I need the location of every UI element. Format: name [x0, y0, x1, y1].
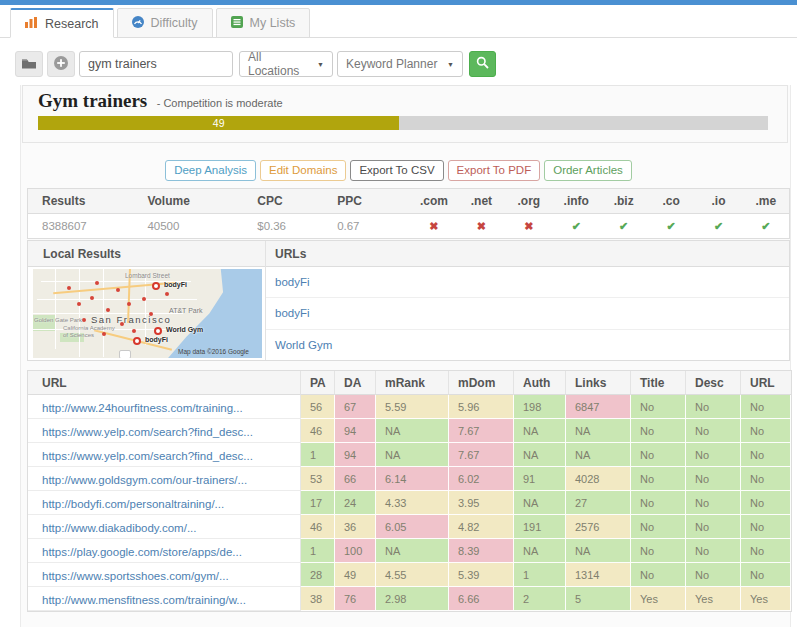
tld-header--co: .co: [648, 189, 695, 214]
serp-cell-auth: 198: [514, 395, 566, 419]
serp-url-link[interactable]: http://bodyfi.com/personaltraining/...: [42, 498, 224, 510]
serp-cell-desc: No: [686, 395, 741, 419]
competition-note: - Competition is moderate: [157, 97, 283, 109]
keyword-research-page: Research Difficulty My Lists: [0, 0, 797, 627]
check-icon: ✔: [572, 220, 581, 232]
serp-row: https://www.yelp.com/search?find_desc...…: [28, 419, 791, 443]
serp-cell-desc: No: [686, 515, 741, 539]
check-icon: ✔: [714, 220, 723, 232]
action-export-to-pdf-button[interactable]: Export To PDF: [448, 160, 541, 181]
serp-cell-auth: NA: [514, 539, 566, 563]
check-icon: ✔: [761, 220, 770, 232]
serp-url-link[interactable]: https://www.yelp.com/search?find_desc...: [42, 426, 253, 438]
map-label-at-t-park: AT&T Park: [169, 307, 203, 314]
search-button[interactable]: [469, 51, 496, 77]
add-keyword-button[interactable]: [47, 51, 75, 77]
serp-url-link[interactable]: https://www.sportsshoes.com/gym/...: [42, 570, 229, 582]
serp-cell-da: 67: [335, 395, 376, 419]
action-deep-analysis-button[interactable]: Deep Analysis: [165, 160, 256, 181]
serp-cell-url: No: [741, 491, 791, 515]
gauge-icon: [132, 16, 144, 31]
stats-header-ppc: PPC: [323, 189, 410, 214]
local-url-link[interactable]: bodyFi: [275, 276, 310, 288]
serp-header-desc: Desc: [686, 371, 741, 395]
serp-cell-mdom: 8.39: [449, 539, 514, 563]
folder-button[interactable]: [15, 51, 43, 77]
tld-status--org: ✖: [505, 214, 553, 239]
tab-label: My Lists: [250, 16, 296, 30]
action-export-to-csv-button[interactable]: Export To CSV: [350, 160, 443, 181]
tld-header--org: .org: [505, 189, 553, 214]
serp-cell-auth: 91: [514, 467, 566, 491]
tld-header--net: .net: [458, 189, 505, 214]
serp-header-mrank: mRank: [376, 371, 449, 395]
serp-url-cell: http://www.mensfitness.com/training/w...: [28, 587, 301, 611]
local-results-map: bodyFiWorld GymbodyFiLombard StreetSan F…: [33, 269, 262, 358]
tab-my-lists[interactable]: My Lists: [216, 8, 311, 38]
tld-status--net: ✖: [458, 214, 505, 239]
serp-cell-mdom: 3.95: [449, 491, 514, 515]
map-route-badge: [119, 350, 131, 358]
map-dot: [90, 296, 94, 300]
serp-url-link[interactable]: http://www.goldsgym.com/our-trainers/...: [42, 474, 247, 486]
serp-cell-mdom: 5.96: [449, 395, 514, 419]
stats-header-cpc: CPC: [243, 189, 323, 214]
serp-header-url-2: URL: [741, 371, 791, 395]
search-icon: [476, 56, 489, 72]
tab-difficulty[interactable]: Difficulty: [117, 8, 213, 38]
serp-cell-links: 6847: [566, 395, 631, 419]
map-road: [79, 269, 80, 357]
serp-row: http://bodyfi.com/personaltraining/...17…: [28, 491, 791, 515]
serp-cell-links: 27: [566, 491, 631, 515]
map-dot: [77, 302, 81, 306]
check-icon: ✔: [619, 220, 628, 232]
serp-cell-mrank: 4.33: [376, 491, 449, 515]
stats-value-results: 8388607: [28, 214, 134, 239]
serp-cell-title: No: [631, 467, 686, 491]
map-dot: [127, 302, 131, 306]
serp-cell-mdom: 7.67: [449, 419, 514, 443]
competition-progress-fill: 49: [38, 116, 399, 130]
action-edit-domains-button[interactable]: Edit Domains: [260, 160, 346, 181]
local-results-section: Local Results bodyFiWorld GymbodyFiLomba…: [27, 240, 790, 361]
tld-header--io: .io: [695, 189, 743, 214]
local-results-column: Local Results bodyFiWorld GymbodyFiLomba…: [28, 241, 266, 360]
serp-cell-mdom: 6.02: [449, 467, 514, 491]
action-order-articles-button[interactable]: Order Articles: [544, 160, 632, 181]
location-select[interactable]: All Locations ▼: [239, 51, 333, 77]
serp-url-link[interactable]: https://play.google.com/store/apps/de...: [42, 546, 242, 558]
serp-cell-pa: 17: [301, 491, 335, 515]
serp-cell-links: 2576: [566, 515, 631, 539]
local-url-link[interactable]: World Gym: [275, 339, 332, 351]
url-list-item: World Gym: [266, 330, 789, 360]
serp-header-auth: Auth: [514, 371, 566, 395]
serp-cell-title: No: [631, 443, 686, 467]
tab-research[interactable]: Research: [10, 8, 114, 38]
local-url-link[interactable]: bodyFi: [275, 307, 310, 319]
serp-cell-desc: No: [686, 491, 741, 515]
map-marker-world-gym: [154, 327, 162, 335]
map-marker-bodyfi: [133, 337, 141, 345]
plus-icon: [54, 56, 68, 73]
serp-header-da: DA: [335, 371, 376, 395]
source-select[interactable]: Keyword Planner ▼: [337, 51, 463, 77]
serp-cell-pa: 46: [301, 419, 335, 443]
serp-cell-mrank: 6.14: [376, 467, 449, 491]
map-label-golden-gate-park: Golden Gate Park: [34, 317, 86, 324]
bar-chart-icon: [25, 17, 38, 31]
keyword-input[interactable]: [79, 51, 233, 77]
serp-url-link[interactable]: http://www.diakadibody.com/...: [42, 522, 196, 534]
tld-header--me: .me: [742, 189, 789, 214]
map-dot: [142, 297, 146, 301]
serp-results-table: URLPADAmRankmDomAuthLinksTitleDescURL ht…: [27, 370, 792, 612]
serp-cell-pa: 46: [301, 515, 335, 539]
serp-url-link[interactable]: http://www.mensfitness.com/training/w...: [42, 594, 246, 606]
serp-cell-title: No: [631, 563, 686, 587]
serp-cell-pa: 56: [301, 395, 335, 419]
serp-cell-links: 4028: [566, 467, 631, 491]
serp-url-link[interactable]: https://www.yelp.com/search?find_desc...: [42, 450, 253, 462]
serp-url-link[interactable]: http://www.24hourfitness.com/training...: [42, 402, 243, 414]
map-dot: [132, 329, 136, 333]
serp-row: http://www.mensfitness.com/training/w...…: [28, 587, 791, 611]
competition-progress-track: 49: [38, 116, 768, 130]
